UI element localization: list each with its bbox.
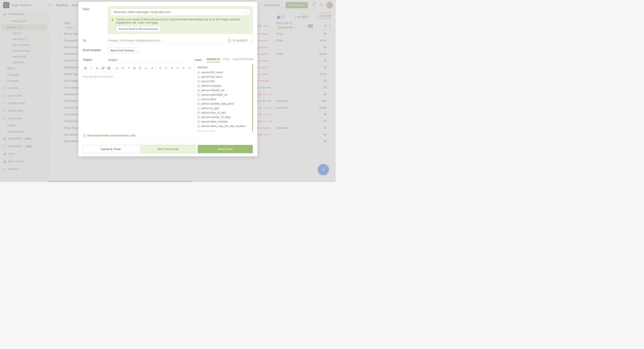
var-section-org: ORGANIZATION: [198, 131, 251, 131]
email-body-editor[interactable]: Start typing email content: [83, 72, 192, 131]
indent-icon[interactable]: ⇥: [149, 65, 154, 71]
send-test-email-button[interactable]: Send Test Email: [140, 145, 196, 153]
braces-icon: { }: [198, 93, 200, 96]
apply-template-button[interactable]: Apply Email Template⌄: [108, 47, 140, 53]
align-justify-icon[interactable]: ≡: [175, 65, 180, 71]
link-icon[interactable]: 🔗: [100, 65, 106, 71]
tab-variables[interactable]: VARIABLES: [206, 58, 220, 62]
outdent-icon[interactable]: ⇤: [144, 65, 149, 71]
to-label: To:: [83, 38, 108, 42]
insert-label: Insert:: [195, 59, 202, 62]
from-label: From:: [83, 6, 108, 11]
send-email-modal: From: Teammate: Robert Nipshagen <rjn@vc…: [78, 2, 257, 156]
braces-icon: { }: [198, 76, 200, 78]
subject-input[interactable]: [108, 57, 189, 63]
variable-item[interactable]: { }person.number_of_dogs: [198, 115, 251, 119]
lightbulb-icon: 💡: [110, 18, 114, 21]
tab-questionnaires[interactable]: QUESTIONNAIRES: [233, 58, 254, 62]
braces-icon: { }: [198, 120, 200, 123]
ol-icon[interactable]: ☲: [138, 65, 143, 71]
tab-files[interactable]: FILES: [223, 58, 230, 62]
strike-icon[interactable]: S: [94, 65, 100, 71]
cancel-close-button[interactable]: Cancel & Close: [83, 145, 138, 153]
var-section-person: PERSON: [198, 66, 251, 69]
braces-icon: { }: [198, 102, 200, 105]
variable-item[interactable]: { }person.another_data_point: [198, 102, 251, 106]
h2-icon[interactable]: H₂: [120, 65, 126, 71]
braces-icon: { }: [198, 85, 200, 87]
variable-item[interactable]: { }person.alice: [198, 97, 251, 102]
variable-item[interactable]: { }person.linkedin_url: [198, 88, 251, 93]
variable-item[interactable]: { }person.actionable_url: [198, 93, 251, 97]
align-center-icon[interactable]: ≡: [163, 65, 169, 71]
variable-item[interactable]: { }person.full_name: [198, 75, 251, 79]
italic-icon[interactable]: I: [88, 65, 94, 71]
connect-account-button[interactable]: Connect Gmail or Microsoft account: [116, 26, 161, 32]
image-icon[interactable]: 🖼: [106, 65, 112, 71]
subject-label: Subject:: [83, 57, 108, 61]
braces-icon: { }: [198, 71, 200, 74]
braces-icon: { }: [198, 125, 200, 127]
editor-toolbar: B I S 🔗 🖼 H₁ H₂ ❝ ☰ ☲ ⇤ ⇥ ≡: [83, 64, 192, 72]
learn-more-link[interactable]: here: [152, 21, 158, 24]
variable-item[interactable]: { }person.company: [198, 84, 251, 88]
variable-item[interactable]: { }person.lp_type: [198, 106, 251, 110]
variable-item[interactable]: { }person.team_member: [198, 119, 251, 124]
chevron-down-icon: ⌄: [245, 11, 247, 14]
variable-item[interactable]: { }person.first_name: [198, 70, 251, 75]
show-attachments-link[interactable]: + Show Attachments and Automation Links: [83, 134, 253, 137]
variable-item[interactable]: { }person.when_was_the_last_vacation: [198, 124, 251, 128]
ul-icon[interactable]: ☰: [132, 65, 137, 71]
redo-icon[interactable]: ↷: [186, 65, 192, 71]
braces-icon: { }: [198, 111, 200, 114]
template-label: Email template:: [83, 47, 108, 52]
braces-icon: { }: [198, 107, 200, 110]
h1-icon[interactable]: H₁: [114, 65, 120, 71]
braces-icon: { }: [198, 116, 200, 119]
chevron-down-icon: ⌄: [250, 39, 253, 42]
braces-icon: { }: [198, 89, 200, 92]
variable-item[interactable]: { }person.num_of_cars: [198, 110, 251, 115]
quote-icon[interactable]: ❝: [126, 65, 131, 71]
cc-bcc-toggle[interactable]: + CC and BCC ⌄: [228, 39, 253, 42]
align-left-icon[interactable]: ≡: [158, 65, 163, 71]
variable-item[interactable]: { }person.title: [198, 79, 251, 84]
braces-icon: { }: [198, 80, 200, 83]
plus-circle-icon: +: [83, 134, 86, 137]
align-right-icon[interactable]: ≡: [169, 65, 174, 71]
braces-icon: { }: [198, 98, 200, 101]
to-prospect: Prospect: John Elway <john@broncos.com>: [108, 39, 161, 42]
undo-icon[interactable]: ↶: [181, 65, 186, 71]
bold-icon[interactable]: B: [83, 65, 88, 71]
from-teammate-select[interactable]: Teammate: Robert Nipshagen <rjn@vclab.fu…: [110, 9, 250, 16]
send-email-button[interactable]: Send Email: [198, 145, 253, 153]
modal-overlay[interactable]: From: Teammate: Robert Nipshagen <rjn@vc…: [0, 0, 336, 182]
